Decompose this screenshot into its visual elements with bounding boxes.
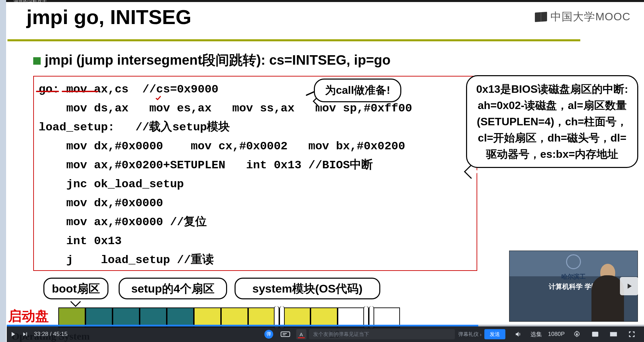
next-video-button[interactable] bbox=[620, 277, 638, 295]
lecturer-body bbox=[591, 275, 624, 321]
time-total: 45:15 bbox=[53, 331, 68, 337]
bullet-line: jmpi (jump intersegment段间跳转): cs=INITSEG… bbox=[33, 51, 390, 69]
pip-button[interactable] bbox=[589, 330, 601, 338]
code-box: go: mov ax,cs //cs=0x9000 mov ds,ax mov … bbox=[33, 76, 477, 271]
red-tick-annotation bbox=[155, 95, 161, 100]
danmaku-toggle[interactable]: 弹 bbox=[264, 330, 273, 339]
boot-disk-label: 启动盘 bbox=[8, 307, 49, 325]
settings-button[interactable] bbox=[571, 330, 583, 338]
send-button[interactable]: 发送 bbox=[484, 329, 505, 339]
time-current: 33:28 bbox=[34, 331, 48, 337]
bubble-system-module: system模块(OS代码) bbox=[235, 278, 380, 299]
bullet-square-icon bbox=[33, 57, 41, 65]
university-crest-icon bbox=[566, 254, 581, 269]
code-line: mov ds,ax mov es,ax mov ss,ax mov sp,#0x… bbox=[39, 99, 472, 118]
bullet-text: jmpi (jump intersegment段间跳转): cs=INITSEG… bbox=[45, 51, 390, 69]
danmaku-settings-icon[interactable] bbox=[281, 331, 293, 338]
episodes-button[interactable]: 选集 bbox=[530, 330, 542, 338]
svg-point-3 bbox=[576, 333, 578, 335]
picture-in-picture[interactable]: 哈尔滨工 计算机科学 学院 bbox=[509, 251, 638, 322]
svg-rect-0 bbox=[281, 332, 290, 337]
volume-button[interactable] bbox=[512, 330, 524, 338]
code-line: mov ax,#0x0200+SETUPLEN int 0x13 //BIOS中… bbox=[39, 156, 472, 175]
quality-button[interactable]: 1080P bbox=[548, 331, 565, 338]
code-line: mov dx,#0x0000 bbox=[39, 194, 472, 213]
play-button[interactable] bbox=[7, 330, 19, 338]
red-underline bbox=[62, 91, 98, 92]
right-controls: 选集 1080P bbox=[512, 330, 644, 338]
wide-button[interactable] bbox=[607, 330, 620, 338]
danmaku-input[interactable]: 发个友善的弹幕见证当下 bbox=[309, 329, 455, 339]
code-line: go: mov ax,cs //cs=0x9000 bbox=[39, 80, 472, 99]
font-style-button[interactable]: A bbox=[296, 329, 306, 339]
time-display: 33:28 / 45:15 bbox=[34, 331, 67, 338]
title-underline bbox=[7, 39, 580, 41]
bubble-setup-sectors: setup的4个扇区 bbox=[119, 278, 227, 299]
next-button[interactable] bbox=[19, 330, 31, 338]
mooc-logo: 中国大学MOOC bbox=[535, 9, 630, 24]
code-line: int 0x13 bbox=[39, 232, 472, 251]
logo-text: 中国大学MOOC bbox=[550, 9, 630, 24]
danmaku-etiquette-link[interactable]: 弹幕礼仪 › bbox=[458, 331, 482, 338]
code-line: jnc ok_load_setup bbox=[39, 175, 472, 194]
svg-rect-6 bbox=[610, 333, 617, 336]
red-underline bbox=[36, 91, 59, 92]
book-icon bbox=[535, 12, 547, 22]
code-line: mov ax,#0x0000 //复位 bbox=[39, 213, 472, 232]
code-line: j load_setup //重读 bbox=[39, 251, 472, 270]
video-control-bar: 33:28 / 45:15 弹 A 发个友善的弹幕见证当下 弹幕礼仪 › 发送 … bbox=[7, 326, 644, 342]
window-titlebar: 调开的导航盘子 bbox=[0, 0, 644, 2]
bubble-boot-sector: boot扇区 bbox=[43, 278, 108, 299]
svg-rect-5 bbox=[595, 334, 597, 336]
fullscreen-button[interactable] bbox=[626, 330, 638, 338]
code-line: mov dx,#0x0000 mov cx,#0x0002 mov bx,#0x… bbox=[39, 137, 472, 156]
left-sidebar bbox=[0, 0, 6, 342]
bios-int13-annotation: 0x13是BIOS读磁盘扇区的中断: ah=0x02-读磁盘，al=扇区数量(S… bbox=[466, 75, 638, 168]
callout-prepare-call: 为call做准备! bbox=[314, 79, 401, 102]
slide-title: jmpi go, INITSEG bbox=[26, 5, 192, 29]
code-line: load_setup: //载入setup模块 bbox=[39, 118, 472, 137]
